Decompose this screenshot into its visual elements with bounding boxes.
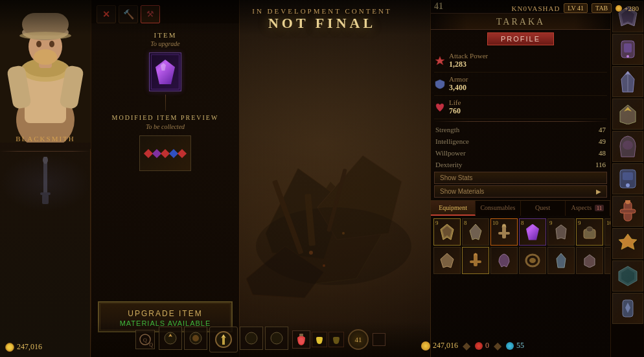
gold-value-top: +280 — [624, 5, 639, 12]
equip-item-10[interactable] — [490, 247, 518, 274]
svg-rect-57 — [624, 43, 632, 52]
equip-item-2[interactable]: 8 — [462, 218, 489, 246]
item-section-subtitle: To upgrade — [150, 40, 179, 47]
blacksmith-panel: BLACKSMITH 247,016 — [0, 0, 91, 357]
side-item-5[interactable] — [612, 131, 643, 162]
skill-slots-group — [159, 327, 288, 352]
life-label: Life — [449, 98, 607, 106]
skill-slot-2[interactable] — [184, 327, 207, 350]
life-icon — [434, 102, 446, 113]
blacksmith-name: BLACKSMITH — [16, 135, 75, 143]
armor-icon — [434, 78, 446, 90]
red-resource-icon — [475, 342, 483, 350]
blacksmith-label: BLACKSMITH — [0, 132, 91, 144]
willpower-row: Willpower 48 — [434, 147, 607, 159]
equip-item-3[interactable]: 10 — [490, 218, 518, 246]
side-item-3[interactable] — [612, 66, 643, 97]
svg-point-81 — [271, 332, 282, 344]
strength-label: Strength — [435, 126, 459, 133]
equip-item-4[interactable]: 8 — [519, 218, 546, 246]
equip-item-1[interactable]: 9 — [433, 218, 461, 246]
svg-rect-67 — [620, 209, 636, 213]
tab-aspects[interactable]: Aspects 11 — [566, 201, 610, 216]
willpower-label: Willpower — [435, 149, 466, 157]
skill-slot-q[interactable]: Q Q — [135, 330, 155, 349]
dev-label: IN DEVELOPMENT CONTENT — [252, 7, 392, 15]
panel-divider-1 — [0, 151, 90, 152]
equip-item-13[interactable] — [576, 247, 603, 274]
intelligence-value: 49 — [599, 137, 606, 145]
level-orb-value: 41 — [355, 336, 362, 343]
player-info-top: KN0VASHAD LV 41 TAB +280 — [512, 3, 639, 13]
connector-line — [165, 95, 166, 111]
equip-item-8[interactable] — [433, 247, 461, 274]
equip-item-9[interactable] — [462, 247, 489, 274]
side-item-10[interactable] — [612, 293, 643, 324]
tab-equipment[interactable]: Equipment — [431, 201, 476, 216]
side-item-4[interactable] — [612, 98, 643, 130]
svg-marker-60 — [625, 71, 630, 75]
bottom-gold-display: 247,016 ◆ 0 ◆ 55 — [421, 340, 524, 352]
side-item-2[interactable] — [612, 34, 643, 65]
svg-rect-26 — [43, 160, 47, 196]
svg-marker-69 — [619, 234, 637, 249]
skill-slot-3[interactable] — [240, 327, 263, 350]
side-item-7[interactable] — [612, 196, 643, 227]
side-item-8[interactable] — [612, 228, 643, 259]
equip-item-11[interactable] — [519, 247, 546, 274]
equip-item-5[interactable]: 9 — [547, 218, 575, 246]
show-materials-button[interactable]: Show Materials ▶ — [434, 185, 607, 198]
attack-power-row: Attack Power 1,283 — [434, 49, 607, 73]
preview-section-subtitle: To be collected — [146, 123, 185, 130]
player-name-top: KN0VASHAD — [512, 5, 560, 12]
show-materials-label: Show Materials — [440, 188, 484, 195]
side-item-9[interactable] — [612, 260, 643, 292]
aspects-count: 11 — [595, 205, 604, 211]
gold-coin-icon-left — [5, 343, 14, 352]
show-stats-button[interactable]: Show Stats — [434, 172, 607, 184]
willpower-value: 48 — [599, 149, 606, 157]
attack-power-value: 1,283 — [449, 60, 607, 69]
armor-label: Armor — [449, 75, 607, 83]
side-item-6[interactable] — [612, 163, 643, 194]
equip-row-2 — [433, 247, 608, 274]
bottom-hud: Q Q — [91, 321, 430, 357]
diamond-red-3 — [178, 148, 187, 157]
svg-rect-38 — [470, 260, 481, 263]
preview-section-title: MODIFIED ITEM PREVIEW — [112, 114, 219, 122]
svg-point-83 — [299, 338, 304, 344]
svg-rect-56 — [621, 41, 634, 58]
svg-point-62 — [623, 141, 633, 150]
svg-rect-79 — [222, 337, 225, 345]
gold-amount-left: 247,016 — [17, 342, 42, 352]
tab-consumables[interactable]: Consumables — [476, 201, 520, 216]
equip-item-12[interactable] — [547, 247, 575, 274]
tab-aspects-label: Aspects — [571, 204, 592, 211]
equip-item-6[interactable]: 9 — [576, 218, 603, 246]
right-items-column — [610, 0, 644, 357]
upgrade-panel: ✕ 🔨 ⚒ ITEM To upgrade MODIFIED ITEM PREV… — [91, 0, 240, 357]
skill-slot-main[interactable] — [209, 327, 238, 352]
svg-text:Q: Q — [143, 338, 147, 343]
potion-group — [292, 330, 344, 349]
intelligence-label: Intelligence — [435, 137, 469, 145]
svg-rect-82 — [299, 334, 303, 336]
upgrade-btn-title: UPGRADE ITEM — [104, 309, 226, 318]
svg-rect-32 — [498, 232, 510, 235]
attack-power-label: Attack Power — [449, 52, 607, 60]
resource-sep-1: ◆ — [463, 340, 470, 352]
minimap-icon[interactable] — [373, 333, 385, 346]
item-upgrade-slot[interactable] — [149, 52, 181, 91]
skill-slot-4[interactable] — [265, 327, 288, 350]
skill-slot-1[interactable] — [159, 327, 182, 350]
armor-value: 3,400 — [449, 83, 607, 93]
tab-quest[interactable]: Quest — [521, 201, 566, 216]
svg-point-76 — [192, 335, 199, 341]
health-potion-slot[interactable] — [292, 330, 310, 349]
potion-slot-2[interactable] — [312, 332, 327, 347]
equip-item-14[interactable] — [604, 247, 610, 274]
equip-item-7[interactable]: 10 — [604, 218, 610, 246]
svg-point-19 — [49, 41, 54, 47]
potion-slot-3[interactable] — [328, 332, 344, 347]
attack-power-icon — [434, 55, 446, 67]
